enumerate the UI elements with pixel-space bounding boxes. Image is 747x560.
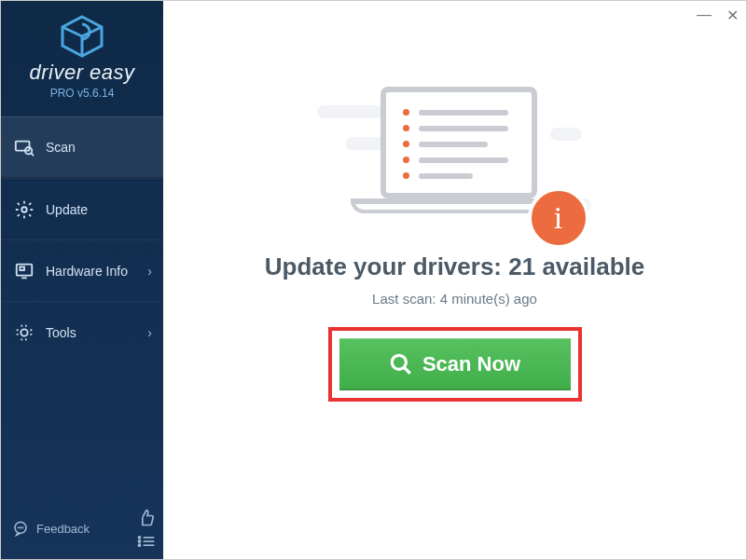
svg-point-4: [21, 207, 27, 212]
available-count: 21: [508, 253, 535, 280]
sidebar-item-tools[interactable]: Tools ›: [1, 301, 163, 362]
brand-name: driver easy: [1, 61, 163, 85]
svg-point-17: [138, 544, 140, 546]
scan-icon: [14, 137, 35, 157]
brand-version: PRO v5.6.14: [1, 87, 163, 100]
minimize-button[interactable]: —: [697, 7, 712, 24]
svg-point-8: [21, 329, 27, 335]
sidebar-item-label: Scan: [46, 140, 152, 155]
sidebar-footer: Feedback: [1, 499, 163, 559]
tools-icon: [14, 322, 35, 343]
annotation-highlight-box: Scan Now: [328, 327, 582, 402]
svg-point-10: [18, 527, 19, 528]
close-button[interactable]: ✕: [726, 7, 739, 24]
chevron-right-icon: ›: [147, 325, 152, 340]
speech-bubble-icon: [12, 520, 29, 537]
sidebar-item-scan[interactable]: Scan: [1, 116, 163, 178]
content: i Update your drivers: 21 available Last…: [163, 1, 746, 402]
scan-now-button[interactable]: Scan Now: [339, 338, 571, 390]
svg-rect-6: [20, 266, 24, 270]
sidebar-item-label: Tools: [46, 325, 147, 340]
svg-point-11: [21, 527, 21, 528]
sidebar-item-label: Hardware Info: [46, 264, 147, 279]
feedback-button[interactable]: Feedback: [12, 520, 137, 537]
window-controls: — ✕: [697, 7, 739, 24]
gear-icon: [14, 199, 35, 220]
headline: Update your drivers: 21 available: [163, 253, 746, 281]
svg-line-3: [31, 153, 34, 156]
sidebar-item-label: Update: [46, 202, 152, 217]
sidebar: driver easy PRO v5.6.14 Scan: [1, 1, 163, 559]
chevron-right-icon: ›: [147, 264, 152, 279]
info-icon: i: [528, 187, 589, 249]
thumbs-up-icon[interactable]: [137, 509, 156, 527]
svg-point-19: [392, 355, 406, 369]
magnify-icon: [389, 352, 413, 376]
svg-line-20: [404, 367, 410, 374]
scan-now-label: Scan Now: [422, 352, 520, 376]
app-window: driver easy PRO v5.6.14 Scan: [1, 1, 746, 559]
feedback-label: Feedback: [36, 522, 90, 536]
headline-suffix: available: [535, 253, 644, 280]
svg-point-13: [138, 537, 140, 539]
sidebar-nav: Scan Update: [1, 116, 163, 362]
monitor-icon: [14, 261, 35, 281]
brand-logo-icon: [58, 14, 106, 59]
svg-point-15: [138, 540, 140, 542]
laptop-illustration: i: [325, 87, 586, 236]
brand-block: driver easy PRO v5.6.14: [1, 1, 163, 107]
svg-rect-1: [16, 142, 30, 151]
sidebar-item-hardware-info[interactable]: Hardware Info ›: [1, 239, 163, 301]
headline-prefix: Update your drivers:: [265, 253, 509, 280]
sidebar-item-update[interactable]: Update: [1, 178, 163, 239]
last-scan-text: Last scan: 4 minute(s) ago: [163, 291, 746, 307]
main-pane: — ✕ i: [163, 1, 746, 559]
svg-point-12: [22, 527, 23, 528]
list-icon[interactable]: [137, 535, 156, 548]
